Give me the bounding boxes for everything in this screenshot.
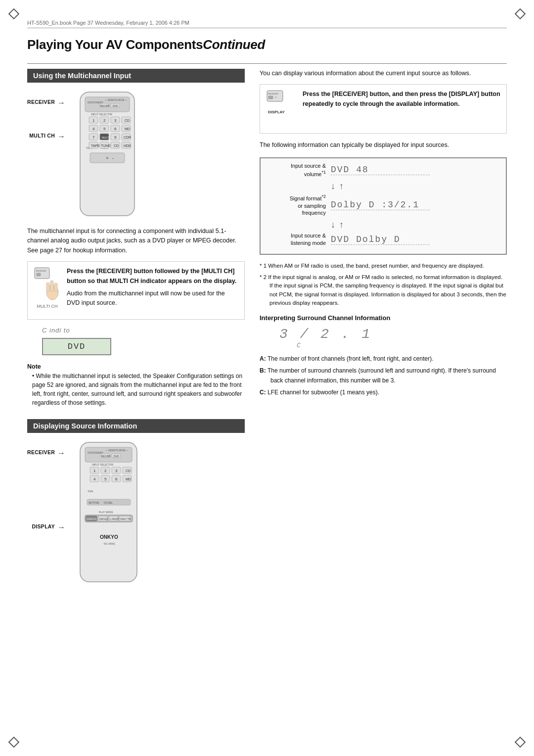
displaying-remote-area: RECEIVER → DISPLAY → bbox=[27, 440, 245, 585]
main-title-italic: Continued bbox=[203, 37, 265, 52]
surround-lcd-value: 3 / 2 . 1 bbox=[279, 327, 507, 342]
section-displaying-heading: Displaying Source Information bbox=[27, 419, 245, 433]
svg-text:4: 4 bbox=[93, 477, 96, 481]
svg-text:RECEIVER: RECEIVER bbox=[36, 270, 46, 272]
svg-text:TAPE: TAPE bbox=[88, 490, 93, 493]
display-instruction-text: Press the [RECEIVER] button, and then pr… bbox=[303, 90, 500, 109]
surround-item-c-label: C: bbox=[260, 389, 267, 396]
display-arrow: → bbox=[57, 523, 65, 532]
svg-rect-52 bbox=[54, 283, 57, 292]
svg-rect-96 bbox=[268, 96, 273, 99]
svg-text:DVD: DVD bbox=[113, 104, 118, 107]
svg-text:INPUT SELECTOR: INPUT SELECTOR bbox=[92, 463, 114, 466]
arrow-pair-1: ↓ ↑ bbox=[331, 181, 500, 191]
arrow-pair-2: ↓ ↑ bbox=[331, 220, 500, 230]
left-column: Using the Multichannel Input RECEIVER → … bbox=[27, 69, 245, 585]
footnote-1: * 1 When AM or FM radio is used, the ban… bbox=[260, 262, 507, 270]
lcd-line-3-text: DVD Dolby D bbox=[331, 235, 400, 244]
surround-item-b-text: The number of surround channels (surroun… bbox=[267, 367, 496, 383]
svg-text:MD: MD bbox=[125, 127, 130, 131]
display-row-2: Signal format*2or samplingfrequency Dolb… bbox=[267, 193, 500, 217]
svg-text:-: - bbox=[112, 155, 114, 161]
svg-text:TAPE: TAPE bbox=[91, 144, 100, 147]
receiver-label: RECEIVER bbox=[27, 99, 55, 105]
receiver-label-line-2: RECEIVER → bbox=[27, 449, 65, 458]
footnote-2: * 2 If the input signal is analog, or AM… bbox=[260, 273, 507, 307]
remote-image-display: ON/STANDBY — REMOTE MODE — REC/BS DVD IN… bbox=[70, 440, 149, 585]
note-bullet-marker: • bbox=[32, 373, 36, 379]
main-title: Playing Your AV ComponentsContinued bbox=[27, 37, 507, 52]
svg-text:MD: MD bbox=[126, 477, 131, 481]
audio-note: Audio from the multichannel input will n… bbox=[67, 289, 238, 308]
surround-item-b-label: B: bbox=[260, 367, 267, 374]
corner-decoration-tl bbox=[8, 8, 20, 20]
svg-text:1: 1 bbox=[93, 469, 96, 473]
arrow-up-1: ↑ bbox=[339, 181, 344, 191]
display-label-2-text: Signal format*2or samplingfrequency bbox=[290, 195, 326, 216]
svg-text:— REMOTE MODE —: — REMOTE MODE — bbox=[105, 99, 128, 101]
display-instruction-icon: RECEIVER → DISPLAY bbox=[266, 90, 296, 128]
surround-list: A: The number of front channels (front l… bbox=[260, 354, 507, 397]
lcd-line-3: DVD Dolby D bbox=[331, 235, 430, 245]
multich-label-small: MULTI CH bbox=[34, 304, 61, 309]
svg-text:RECEIVER: RECEIVER bbox=[268, 93, 278, 95]
display-label-3-text: Input source &listening mode bbox=[291, 233, 326, 246]
right-intro-text: You can display various information abou… bbox=[260, 69, 507, 78]
svg-text:PLAY MODE: PLAY MODE bbox=[99, 511, 113, 514]
note-bullet-text: While the multichannel input is selected… bbox=[32, 373, 242, 406]
svg-text:SET/TNG: SET/TNG bbox=[89, 501, 99, 504]
svg-text:3: 3 bbox=[114, 118, 117, 123]
svg-text:2: 2 bbox=[104, 469, 107, 473]
info-note-text: The following information can typically … bbox=[260, 141, 507, 150]
multichannel-instruction-text: Press the [RECEIVER] button followed by … bbox=[67, 267, 238, 314]
surround-item-c-text: LFE channel for subwoofer (1 means yes). bbox=[267, 389, 379, 396]
arrow-up-2: ↑ bbox=[339, 220, 344, 230]
section-displaying: Displaying Source Information RECEIVER →… bbox=[27, 419, 245, 585]
multichannel-instruction-box: RECEIVER MULTI CH Press the [RECEIVER] b… bbox=[27, 261, 245, 320]
surround-lcd-sub: C bbox=[297, 342, 507, 349]
svg-text:+: + bbox=[106, 155, 109, 161]
svg-text:REC/BS: REC/BS bbox=[100, 104, 110, 107]
multich-arrow: → bbox=[57, 132, 65, 141]
page: HT-S590_En.book Page 37 Wednesday, Febru… bbox=[0, 0, 534, 756]
svg-text:3: 3 bbox=[115, 469, 118, 473]
surround-section: Interpreting Surround Channel Informatio… bbox=[260, 314, 507, 397]
svg-text:L.NIGHT: L.NIGHT bbox=[110, 518, 120, 520]
page-header-text: HT-S590_En.book Page 37 Wednesday, Febru… bbox=[27, 20, 189, 26]
lcd-line-1: DVD 48 bbox=[331, 165, 430, 175]
surround-item-a-label: A: bbox=[260, 355, 267, 362]
svg-text:DIR-EQ: DIR-EQ bbox=[99, 518, 108, 520]
section-multichannel: Using the Multichannel Input RECEIVER → … bbox=[27, 69, 245, 407]
multich-label: MULTI CH bbox=[29, 133, 55, 139]
display-label-1: Input source &volume*1 bbox=[267, 162, 326, 178]
multichannel-body-text: The multichannel input is for connecting… bbox=[27, 227, 245, 255]
footnotes: * 1 When AM or FM radio is used, the ban… bbox=[260, 262, 507, 307]
right-column: You can display various information abou… bbox=[260, 69, 507, 585]
svg-text:1: 1 bbox=[92, 118, 95, 123]
arrow-down-2: ↓ bbox=[331, 220, 335, 230]
surround-item-b: B: The number of surround channels (surr… bbox=[260, 366, 507, 385]
corner-decoration-tr bbox=[515, 8, 526, 20]
svg-text:9: 9 bbox=[114, 135, 117, 140]
display-label-1-text: Input source &volume*1 bbox=[291, 163, 326, 178]
multichannel-lcd-area: C indi to DVD bbox=[27, 327, 245, 358]
svg-text:→: → bbox=[274, 95, 277, 99]
display-row-3: Input source &listening mode DVD Dolby D bbox=[267, 232, 500, 247]
svg-rect-48 bbox=[37, 273, 41, 276]
svg-text:5: 5 bbox=[103, 127, 106, 131]
multichannel-instruction-paragraph: Press the [RECEIVER] button followed by … bbox=[67, 267, 238, 286]
svg-text:CD: CD bbox=[125, 119, 130, 122]
svg-text:5: 5 bbox=[104, 477, 107, 481]
surround-item-a-text: The number of front channels (front left… bbox=[267, 355, 434, 362]
page-header: HT-S590_En.book Page 37 Wednesday, Febru… bbox=[27, 20, 507, 28]
section-multichannel-heading: Using the Multichannel Input bbox=[27, 69, 245, 83]
note-text: • While the multichannel input is select… bbox=[27, 372, 245, 407]
receiver-label-line: RECEIVER → bbox=[27, 98, 65, 107]
multichannel-remote-area: RECEIVER → MULTI CH → bbox=[27, 90, 245, 220]
multichannel-instruction-icon: RECEIVER MULTI CH bbox=[34, 267, 61, 309]
corner-decoration-br bbox=[515, 737, 526, 748]
lcd-line-1-text: DVD 48 bbox=[331, 165, 369, 175]
surround-item-a: A: The number of front channels (front l… bbox=[260, 354, 507, 364]
svg-text:DISPLAY: DISPLAY bbox=[87, 518, 97, 520]
note-title: Note bbox=[27, 363, 245, 370]
